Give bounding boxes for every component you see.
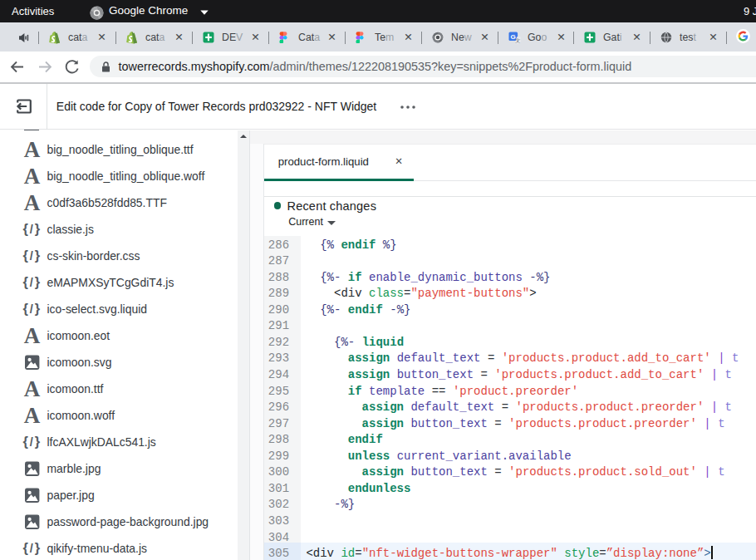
svg-text:文: 文 xyxy=(515,37,520,43)
